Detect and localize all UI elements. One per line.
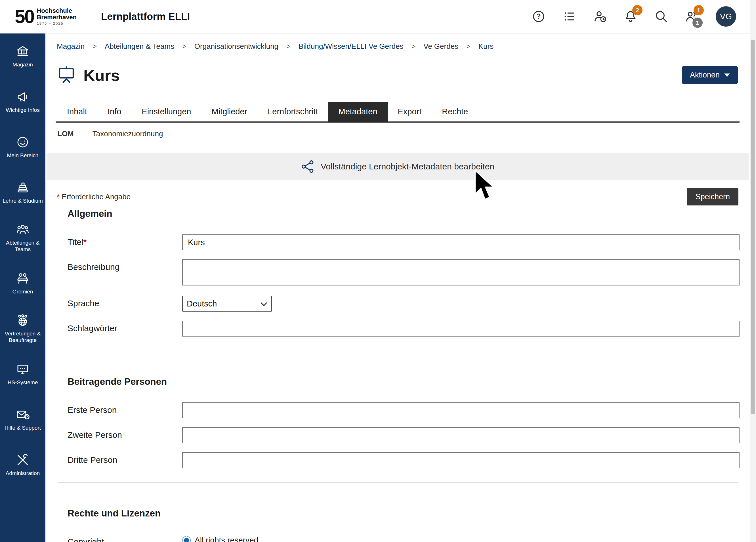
sidebar-item-label: HS-Systeme xyxy=(8,379,38,386)
tab-inhalt[interactable]: Inhalt xyxy=(57,102,97,121)
breadcrumb-item[interactable]: Abteilungen & Teams xyxy=(105,42,174,51)
tab-mitglieder[interactable]: Mitglieder xyxy=(201,102,257,121)
tab-info[interactable]: Info xyxy=(97,102,131,121)
erste-person-input[interactable] xyxy=(182,402,740,418)
breadcrumb-item[interactable]: Bildung/Wissen/ELLI Ve Gerdes xyxy=(299,42,404,51)
megaphone-icon xyxy=(16,90,30,104)
edit-full-metadata-banner[interactable]: Vollständige Lernobjekt-Metadaten bearbe… xyxy=(47,153,749,180)
committee-icon xyxy=(16,272,30,285)
breadcrumb-item[interactable]: Kurs xyxy=(478,42,493,51)
breadcrumb-separator: > xyxy=(411,42,416,51)
tab-lernfortschritt[interactable]: Lernfortschritt xyxy=(257,102,328,121)
tab-rechte[interactable]: Rechte xyxy=(432,102,478,121)
sidebar-item-label: Gremien xyxy=(12,289,33,295)
required-asterisk: * xyxy=(57,192,60,201)
breadcrumb-separator: > xyxy=(93,42,97,51)
contacts-icon[interactable]: 1 1 xyxy=(685,10,699,23)
sidebar-item-lehre-studium[interactable]: Lehre & Studium xyxy=(0,170,45,215)
svg-text:?: ? xyxy=(26,415,28,419)
actions-button-label: Aktionen xyxy=(690,71,720,79)
actions-button[interactable]: Aktionen xyxy=(682,66,738,84)
sidebar-item-label: Administration xyxy=(6,470,40,477)
edit-full-metadata-link[interactable]: Vollständige Lernobjekt-Metadaten bearbe… xyxy=(321,162,494,171)
user-avatar[interactable]: VG xyxy=(716,6,736,27)
sidebar-item-label: Hilfe & Support xyxy=(5,425,41,431)
share-nodes-icon xyxy=(301,160,314,173)
breadcrumb-separator: > xyxy=(182,42,186,51)
logo-50: 50 xyxy=(15,7,34,26)
smiley-icon xyxy=(16,135,30,149)
vertical-scrollbar xyxy=(750,0,756,542)
sidebar-item-label: Magazin xyxy=(12,62,33,68)
page-title: Kurs xyxy=(83,66,120,85)
section-heading-beitragende: Beitragende Personen xyxy=(68,376,740,387)
breadcrumb: Magazin > Abteilungen & Teams > Organisa… xyxy=(56,33,740,58)
main-content: Magazin > Abteilungen & Teams > Organisa… xyxy=(45,33,750,542)
beschreibung-textarea[interactable] xyxy=(182,259,740,285)
scrollbar-thumb[interactable] xyxy=(751,40,755,414)
mail-help-icon: ? xyxy=(16,408,30,421)
zweite-person-input[interactable] xyxy=(182,427,740,443)
schlagwoerter-input[interactable] xyxy=(182,321,740,337)
titel-label: Titel* xyxy=(68,234,182,247)
logo-line2: Bremerhaven xyxy=(37,14,77,21)
save-button[interactable]: Speichern xyxy=(687,188,738,205)
sidebar-item-vertretungen[interactable]: Vertretungen & Beauftragte xyxy=(0,306,45,351)
copyright-label: Copyright xyxy=(68,534,182,542)
titel-input[interactable] xyxy=(182,234,740,250)
list-icon[interactable] xyxy=(562,10,576,23)
sidebar-item-label: Abteilungen & Teams xyxy=(2,240,44,253)
sidebar-item-hilfe-support[interactable]: ? Hilfe & Support xyxy=(0,397,45,442)
dritte-person-input[interactable] xyxy=(182,452,740,468)
zweite-person-label: Zweite Person xyxy=(68,427,182,440)
help-icon[interactable]: ? xyxy=(532,10,545,23)
sidebar-item-abteilungen-teams[interactable]: Abteilungen & Teams xyxy=(0,215,45,261)
monitor-icon xyxy=(16,362,30,376)
top-header: 50 Hochschule Bremerhaven 1975 – 2025 Le… xyxy=(0,0,756,33)
logo-years: 1975 – 2025 xyxy=(37,22,77,26)
sprache-select[interactable]: Deutsch xyxy=(182,296,272,312)
globe-people-icon xyxy=(16,314,30,327)
search-icon[interactable] xyxy=(654,10,668,23)
required-asterisk: * xyxy=(83,237,87,247)
course-board-icon xyxy=(57,65,76,85)
sidebar-item-hs-systeme[interactable]: HS-Systeme xyxy=(0,351,45,397)
breadcrumb-separator: > xyxy=(466,42,471,51)
subtab-lom[interactable]: LOM xyxy=(57,129,74,138)
breadcrumb-item[interactable]: Magazin xyxy=(57,42,85,51)
tab-metadaten[interactable]: Metadaten xyxy=(328,102,387,121)
notifications-bell-icon[interactable]: 2 xyxy=(624,10,637,23)
sidebar-item-mein-bereich[interactable]: Mein Bereich xyxy=(0,124,45,170)
breadcrumb-separator: > xyxy=(286,42,291,51)
copyright-radio-all-rights-reserved[interactable] xyxy=(182,536,191,542)
subtab-taxonomiezuordnung[interactable]: Taxonomiezuordnung xyxy=(93,129,163,138)
people-icon xyxy=(16,223,30,236)
tab-export[interactable]: Export xyxy=(388,102,432,121)
app-title: Lernplattform ELLI xyxy=(101,11,190,22)
awareness-person-clock-icon[interactable] xyxy=(593,10,607,23)
tab-bar: Inhalt Info Einstellungen Mitglieder Ler… xyxy=(56,102,740,123)
university-logo: 50 Hochschule Bremerhaven 1975 – 2025 xyxy=(15,7,77,26)
sidebar-item-label: Vertretungen & Beauftragte xyxy=(2,331,44,344)
sidebar-item-label: Mein Bereich xyxy=(7,152,39,159)
section-divider xyxy=(58,482,738,483)
sprache-label: Sprache xyxy=(68,296,182,308)
schlagwoerter-label: Schlagwörter xyxy=(68,321,182,333)
section-heading-rechte: Rechte und Lizenzen xyxy=(68,508,740,519)
sidebar-item-label: Lehre & Studium xyxy=(3,198,43,204)
contacts-badge-top: 1 xyxy=(694,5,704,15)
breadcrumb-item[interactable]: Organisationsentwicklung xyxy=(194,42,278,51)
tools-icon xyxy=(16,453,30,467)
notification-badge: 2 xyxy=(632,5,642,15)
tab-einstellungen[interactable]: Einstellungen xyxy=(131,102,201,121)
books-icon xyxy=(16,181,30,194)
svg-text:?: ? xyxy=(536,12,541,20)
chevron-down-icon xyxy=(724,73,730,77)
main-sidebar: Magazin Wichtige Infos Mein Bereich Lehr… xyxy=(0,33,45,542)
sidebar-item-magazin[interactable]: Magazin xyxy=(0,33,45,79)
sidebar-item-wichtige-infos[interactable]: Wichtige Infos xyxy=(0,79,45,124)
sidebar-item-administration[interactable]: Administration xyxy=(0,442,45,488)
sidebar-item-gremien[interactable]: Gremien xyxy=(0,261,45,306)
contacts-badge-bottom: 1 xyxy=(692,18,703,28)
breadcrumb-item[interactable]: Ve Gerdes xyxy=(423,42,458,51)
